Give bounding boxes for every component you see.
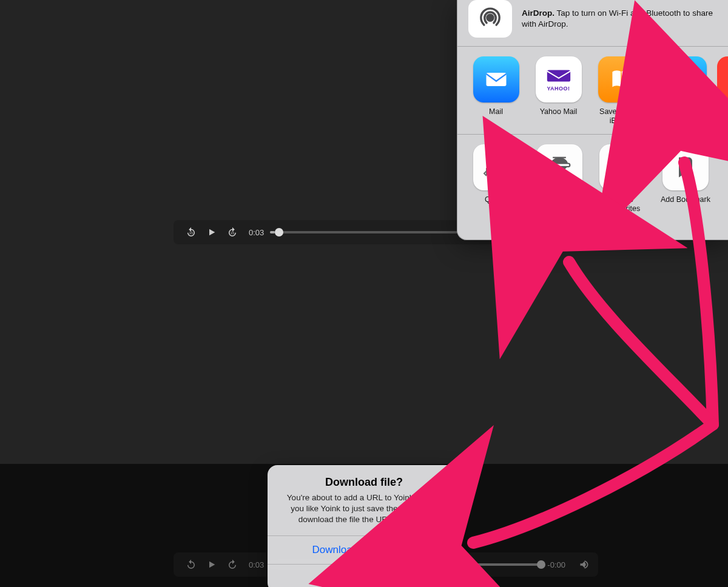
svg-point-2 bbox=[487, 15, 493, 21]
share-app-row-1: Mail YAHOO! Yahoo Mail Save PDF to iBook… bbox=[457, 47, 728, 135]
svg-rect-7 bbox=[499, 169, 505, 175]
svg-point-6 bbox=[675, 84, 692, 90]
remaining-time: -0:00 bbox=[547, 560, 565, 569]
forward-15-icon[interactable]: 15 bbox=[224, 224, 240, 240]
share-app-ibooks[interactable]: Save PDF to iBooks bbox=[590, 56, 652, 126]
airdrop-icon bbox=[468, 0, 512, 38]
share-action-quiqr[interactable]: QuiQR bbox=[465, 144, 528, 204]
play-icon[interactable] bbox=[204, 557, 220, 572]
share-app-yoink[interactable]: Add to Yoink bbox=[652, 56, 715, 116]
svg-rect-4 bbox=[547, 70, 570, 81]
play-icon[interactable] bbox=[204, 224, 220, 240]
rewind-15-icon[interactable] bbox=[183, 557, 199, 572]
airdrop-row[interactable]: AirDrop. Tap to turn on Wi-Fi and Blueto… bbox=[457, 0, 728, 47]
svg-text:15: 15 bbox=[231, 231, 234, 235]
share-app-yahoo-mail[interactable]: YAHOO! Yahoo Mail bbox=[527, 56, 590, 116]
share-action-gladys[interactable]: Keep in Gladys bbox=[528, 144, 591, 204]
forward-15-icon[interactable] bbox=[224, 557, 240, 572]
rewind-15-icon[interactable]: 15 bbox=[183, 224, 199, 240]
svg-rect-3 bbox=[486, 73, 506, 86]
download-alert: Download file? You're about to add a URL… bbox=[268, 465, 460, 587]
elapsed-time: 0:03 bbox=[249, 228, 264, 237]
elapsed-time: 0:03 bbox=[249, 560, 264, 569]
share-sheet: AirDrop. Tap to turn on Wi-Fi and Blueto… bbox=[457, 0, 728, 240]
alert-option-save-url[interactable]: Save URL in Yoink bbox=[268, 564, 460, 587]
alert-option-download[interactable]: Download File in Yoink bbox=[268, 535, 460, 564]
share-action-row: QuiQR Keep in Gladys Add to Favourites A… bbox=[457, 135, 728, 222]
alert-title: Download file? bbox=[280, 476, 448, 489]
alert-message: You're about to add a URL to Yoink. Woul… bbox=[280, 492, 448, 526]
share-app-mail[interactable]: Mail bbox=[465, 56, 527, 116]
airdrop-text: AirDrop. Tap to turn on Wi-Fi and Blueto… bbox=[522, 8, 717, 30]
svg-text:15: 15 bbox=[189, 231, 193, 235]
share-action-favourites[interactable]: Add to Favourites bbox=[591, 144, 654, 213]
volume-control[interactable] bbox=[579, 558, 591, 571]
share-action-bookmark[interactable]: Add Bookmark bbox=[654, 144, 717, 204]
